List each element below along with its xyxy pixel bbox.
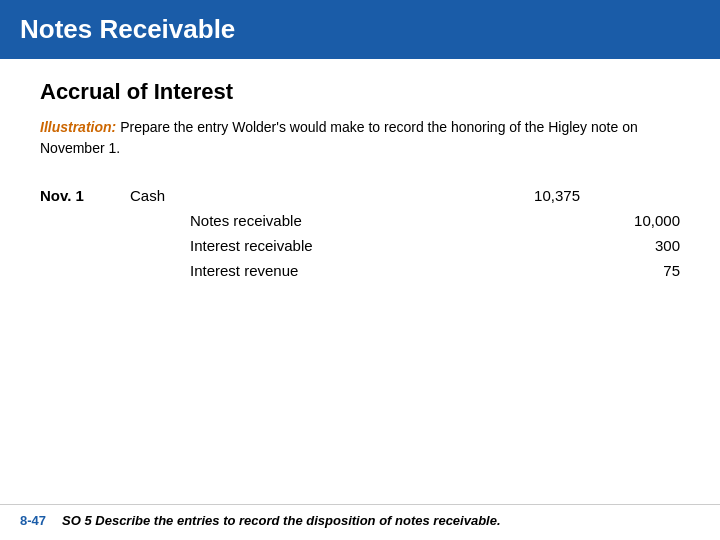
header-bar: Notes Receivable	[0, 0, 720, 59]
debit-interest-receivable	[460, 233, 580, 258]
date-empty-3	[40, 258, 120, 283]
so-text: Describe the entries to record the dispo…	[95, 513, 500, 528]
debit-cash: 10,375	[460, 183, 580, 208]
footer-so-label: SO 5 Describe the entries to record the …	[62, 513, 501, 528]
account-cash: Cash	[120, 183, 460, 208]
account-interest-receivable: Interest receivable	[120, 233, 460, 258]
credit-notes-receivable: 10,000	[580, 208, 680, 233]
credit-cash	[580, 183, 680, 208]
page-title: Notes Receivable	[20, 14, 700, 45]
journal-row-notes-receivable: Notes receivable 10,000	[40, 208, 680, 233]
section-title: Accrual of Interest	[40, 79, 680, 105]
debit-interest-revenue	[460, 258, 580, 283]
main-content: Accrual of Interest Illustration: Prepar…	[0, 59, 720, 293]
date-nov1: Nov. 1	[40, 183, 120, 208]
account-interest-revenue: Interest revenue	[120, 258, 460, 283]
illustration-text: Illustration: Prepare the entry Wolder's…	[40, 117, 680, 159]
slide-number: 8-47	[20, 513, 46, 528]
date-empty-2	[40, 233, 120, 258]
footer: 8-47 SO 5 Describe the entries to record…	[0, 504, 720, 528]
page: Notes Receivable Accrual of Interest Ill…	[0, 0, 720, 540]
credit-interest-revenue: 75	[580, 258, 680, 283]
journal-table: Nov. 1 Cash 10,375 Notes receivable 10,0…	[40, 183, 680, 283]
illustration-label: Illustration:	[40, 119, 116, 135]
illustration-body: Prepare the entry Wolder's would make to…	[40, 119, 638, 156]
so-label: SO 5	[62, 513, 92, 528]
journal-row-interest-revenue: Interest revenue 75	[40, 258, 680, 283]
credit-interest-receivable: 300	[580, 233, 680, 258]
journal-row-cash: Nov. 1 Cash 10,375	[40, 183, 680, 208]
journal-row-interest-receivable: Interest receivable 300	[40, 233, 680, 258]
debit-notes-receivable	[460, 208, 580, 233]
date-empty-1	[40, 208, 120, 233]
account-notes-receivable: Notes receivable	[120, 208, 460, 233]
